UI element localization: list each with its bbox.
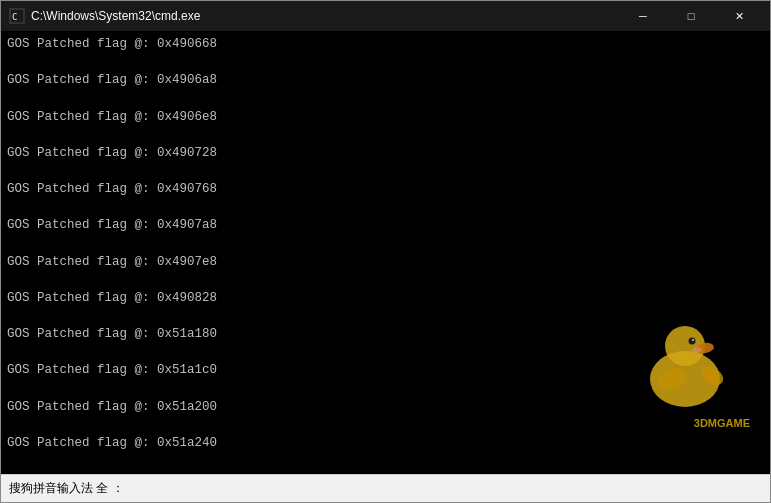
watermark-text: 3DMGAME <box>694 417 750 429</box>
window-title: C:\Windows\System32\cmd.exe <box>31 9 620 23</box>
console-line: GOS Patched flag @: 0x4906e8 <box>7 108 764 126</box>
svg-point-8 <box>692 347 702 353</box>
svg-point-5 <box>692 339 694 341</box>
title-bar: C C:\Windows\System32\cmd.exe ─ □ ✕ <box>1 1 770 31</box>
watermark-duck <box>630 304 740 414</box>
close-button[interactable]: ✕ <box>716 1 762 31</box>
console-line: GOS Patched flag @: 0x490668 <box>7 35 764 53</box>
cmd-icon: C <box>9 8 25 24</box>
cmd-window: C C:\Windows\System32\cmd.exe ─ □ ✕ GOS … <box>0 0 771 503</box>
console-line: GOS Patched flag @: 0x4907e8 <box>7 253 764 271</box>
ime-label: 搜狗拼音输入法 全 ： <box>9 480 124 497</box>
svg-text:C: C <box>12 12 17 22</box>
minimize-button[interactable]: ─ <box>620 1 666 31</box>
console-line: GOS Patched flag @: 0x4907a8 <box>7 216 764 234</box>
window-controls: ─ □ ✕ <box>620 1 762 31</box>
svg-point-4 <box>689 338 696 345</box>
console-line: GOS Patched flag @: 0x4906a8 <box>7 71 764 89</box>
console-line: GOS Patched flag @: 0x490728 <box>7 144 764 162</box>
console-area: GOS Patched flag @: 0x490668 GOS Patched… <box>1 31 770 474</box>
console-line: GOS Patched flag @: 0x490768 <box>7 180 764 198</box>
maximize-button[interactable]: □ <box>668 1 714 31</box>
console-line: GOS Patched flag @: 0x51a240 <box>7 434 764 452</box>
ime-bar: 搜狗拼音输入法 全 ： <box>1 474 770 502</box>
